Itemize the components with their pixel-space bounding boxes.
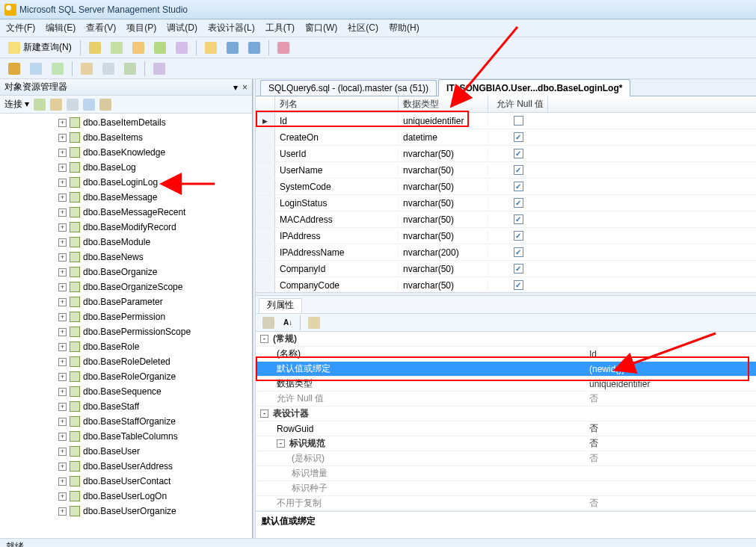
collapse-icon[interactable]: - bbox=[277, 439, 285, 448]
fulltext-button[interactable] bbox=[99, 61, 118, 77]
column-type-cell[interactable]: nvarchar(50) bbox=[399, 214, 488, 225]
column-row[interactable]: MACAddressnvarchar(50) bbox=[256, 211, 756, 228]
expand-icon[interactable]: + bbox=[58, 149, 67, 157]
key-button[interactable] bbox=[4, 61, 24, 77]
expand-icon[interactable]: + bbox=[58, 164, 67, 172]
columns-grid-body[interactable]: IduniqueidentifierCreateOndatetimeUserId… bbox=[256, 113, 756, 292]
property-row[interactable]: 标识增量 bbox=[256, 466, 756, 481]
property-row[interactable]: 允许 Null 值否 bbox=[256, 392, 756, 407]
tab-sqlquery[interactable]: SQLQuery6.sql - (local).master (sa (51)) bbox=[260, 80, 437, 96]
expand-icon[interactable]: + bbox=[58, 507, 67, 516]
row-header[interactable] bbox=[256, 228, 275, 244]
column-name-cell[interactable]: CompanyCode bbox=[275, 280, 399, 291]
property-row[interactable]: RowGuid否 bbox=[256, 421, 756, 436]
expand-icon[interactable]: + bbox=[58, 448, 67, 456]
property-value[interactable]: 否 bbox=[585, 422, 756, 435]
script-button[interactable] bbox=[150, 61, 169, 77]
grid-header-type[interactable]: 数据类型 bbox=[399, 96, 488, 112]
disconnect-icon[interactable] bbox=[50, 99, 62, 111]
null-checkbox[interactable] bbox=[514, 231, 523, 241]
expand-icon[interactable]: + bbox=[58, 194, 67, 202]
property-row[interactable]: 不用于复制否 bbox=[256, 496, 756, 511]
column-name-cell[interactable]: Id bbox=[275, 116, 399, 126]
tree-item[interactable]: +dbo.BaseLoginLog bbox=[0, 175, 252, 190]
row-header[interactable] bbox=[256, 146, 275, 161]
expand-icon[interactable]: + bbox=[58, 298, 67, 306]
tree-item[interactable]: +dbo.BaseModifyRecord bbox=[0, 220, 252, 235]
tree-item[interactable]: +dbo.BaseOrganize bbox=[0, 265, 252, 279]
column-row[interactable]: CreateOndatetime bbox=[256, 129, 756, 146]
menu-item[interactable]: 帮助(H) bbox=[389, 22, 420, 34]
null-checkbox[interactable] bbox=[514, 280, 523, 290]
null-checkbox[interactable] bbox=[514, 149, 523, 158]
filter-icon[interactable] bbox=[99, 99, 111, 111]
column-null-cell[interactable] bbox=[488, 132, 548, 142]
xml-button[interactable] bbox=[120, 61, 140, 77]
pane-options[interactable]: ▾ × bbox=[233, 82, 248, 93]
column-null-cell[interactable] bbox=[488, 231, 548, 241]
tb-btn-5[interactable] bbox=[172, 40, 191, 56]
expand-icon[interactable]: + bbox=[58, 253, 67, 262]
property-value[interactable]: uniqueidentifier bbox=[585, 379, 756, 389]
tb-btn-1[interactable] bbox=[85, 40, 105, 56]
tree-item[interactable]: +dbo.BaseItemDetails bbox=[0, 115, 252, 130]
property-value[interactable]: 否 bbox=[585, 437, 756, 450]
expand-icon[interactable]: + bbox=[58, 179, 67, 187]
property-value[interactable]: Id bbox=[585, 349, 756, 359]
column-name-cell[interactable]: SystemCode bbox=[275, 182, 399, 192]
menu-item[interactable]: 文件(F) bbox=[6, 22, 35, 34]
column-null-cell[interactable] bbox=[488, 264, 548, 274]
object-tree[interactable]: +dbo.BaseItemDetails+dbo.BaseItems+dbo.B… bbox=[0, 114, 252, 538]
column-null-cell[interactable] bbox=[488, 214, 548, 224]
tree-item[interactable]: +dbo.BaseParameter bbox=[0, 294, 252, 309]
column-row[interactable]: Iduniqueidentifier bbox=[256, 113, 756, 129]
tb-btn-3[interactable] bbox=[129, 40, 148, 56]
tree-item[interactable]: +dbo.BaseUserContact bbox=[0, 474, 252, 489]
row-header[interactable] bbox=[256, 113, 275, 129]
tree-item[interactable]: +dbo.BasePermission bbox=[0, 309, 252, 324]
column-type-cell[interactable]: nvarchar(50) bbox=[399, 165, 488, 176]
null-checkbox[interactable] bbox=[514, 165, 523, 175]
property-row[interactable]: 数据类型uniqueidentifier bbox=[256, 377, 756, 392]
tree-item[interactable]: +dbo.BaseUserOrganize bbox=[0, 504, 252, 519]
connect-button[interactable]: 连接 ▾ bbox=[4, 98, 29, 111]
expand-icon[interactable]: + bbox=[58, 268, 67, 276]
tb-btn-4[interactable] bbox=[150, 40, 170, 56]
refresh-icon[interactable] bbox=[83, 99, 95, 111]
column-type-cell[interactable]: nvarchar(50) bbox=[399, 149, 488, 159]
expand-icon[interactable]: + bbox=[58, 433, 67, 441]
tb-btn-2[interactable] bbox=[107, 40, 126, 56]
tree-item[interactable]: +dbo.BaseModule bbox=[0, 235, 252, 250]
column-row[interactable]: UserIdnvarchar(50) bbox=[256, 146, 756, 162]
tree-item[interactable]: +dbo.BaseKnowledge bbox=[0, 145, 252, 160]
column-type-cell[interactable]: nvarchar(50) bbox=[399, 182, 488, 192]
expand-icon[interactable]: + bbox=[58, 343, 67, 351]
null-checkbox[interactable] bbox=[514, 247, 523, 257]
column-name-cell[interactable]: IPAddress bbox=[275, 231, 399, 241]
expand-icon[interactable]: + bbox=[58, 388, 67, 396]
property-row[interactable]: -表设计器 bbox=[256, 407, 756, 421]
menu-item[interactable]: 社区(C) bbox=[348, 22, 378, 34]
row-header[interactable] bbox=[256, 261, 275, 276]
open-button[interactable] bbox=[201, 40, 221, 56]
column-null-cell[interactable] bbox=[488, 116, 548, 126]
new-query-button[interactable]: 新建查询(N) bbox=[4, 40, 76, 56]
tree-item[interactable]: +dbo.BaseSequence bbox=[0, 384, 252, 399]
tree-item[interactable]: +dbo.BaseOrganizeScope bbox=[0, 279, 252, 294]
column-type-cell[interactable]: datetime bbox=[399, 132, 488, 143]
row-header[interactable] bbox=[256, 211, 275, 227]
prop-pages-button[interactable] bbox=[304, 315, 324, 331]
column-name-cell[interactable]: CreateOn bbox=[275, 132, 399, 143]
expand-icon[interactable]: + bbox=[58, 403, 67, 411]
null-checkbox[interactable] bbox=[514, 182, 523, 191]
property-value[interactable]: 否 bbox=[585, 392, 756, 405]
column-null-cell[interactable] bbox=[488, 280, 548, 290]
tree-item[interactable]: +dbo.BaseLog bbox=[0, 160, 252, 175]
column-row[interactable]: CompanyCodenvarchar(50) bbox=[256, 277, 756, 292]
property-value[interactable]: 否 bbox=[585, 452, 756, 465]
tree-item[interactable]: +dbo.BaseRoleOrganize bbox=[0, 369, 252, 384]
properties-tab[interactable]: 列属性 bbox=[259, 298, 302, 313]
property-row[interactable]: -(常规) bbox=[256, 332, 756, 347]
column-type-cell[interactable]: nvarchar(50) bbox=[399, 280, 488, 291]
property-row[interactable]: 标识种子 bbox=[256, 481, 756, 496]
